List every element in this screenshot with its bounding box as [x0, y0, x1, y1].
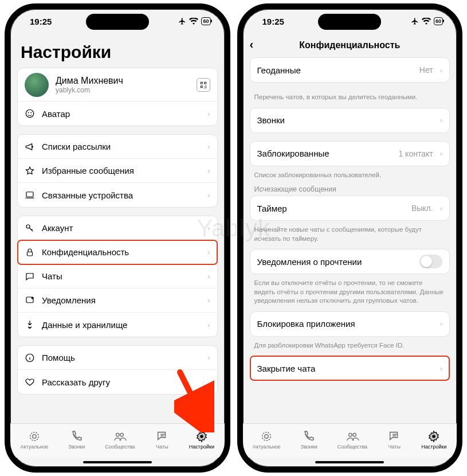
timer-value: Выкл.	[411, 204, 433, 213]
status-icons: 60	[178, 17, 210, 25]
wifi-icon	[189, 18, 198, 25]
status-time: 19:25	[262, 17, 284, 26]
status-icons: 60	[411, 17, 443, 25]
geo-footer: Перечень чатов, в которых вы делитесь ге…	[250, 91, 450, 108]
face-icon	[25, 108, 35, 119]
chevron-right-icon: ›	[440, 116, 442, 124]
timer-footer: Начинайте новые чаты с сообщениями, кото…	[250, 223, 450, 249]
svg-point-7	[32, 296, 34, 299]
chat-icon	[25, 271, 35, 282]
status-bar: 19:25 60	[10, 9, 225, 33]
blocked-row[interactable]: Заблокированные 1 контакт ›	[250, 142, 450, 166]
chevron-right-icon: ›	[440, 66, 442, 75]
tab-updates[interactable]: Актуальное	[21, 430, 49, 450]
back-button[interactable]: ‹	[250, 38, 254, 51]
calls-group: Звонки ›	[250, 108, 450, 133]
tell-label: Рассказать другу	[42, 377, 210, 387]
chat-lock-row[interactable]: Закрытие чата ›	[250, 356, 450, 380]
page-title: Настройки	[10, 33, 225, 68]
privacy-label: Конфиденциальность	[42, 247, 201, 257]
help-row[interactable]: Помощь ›	[18, 346, 217, 370]
svg-point-10	[33, 434, 36, 438]
geo-group: Геоданные Нет ›	[250, 57, 450, 83]
key-icon	[25, 223, 35, 233]
avatar-label: Аватар	[42, 109, 201, 119]
tab-bar: Актуальное Звонки Сообщества Чаты Настро…	[243, 423, 457, 458]
tab-chats[interactable]: Чаты	[387, 430, 401, 450]
blocked-value: 1 контакт	[398, 149, 433, 158]
chats-row[interactable]: Чаты ›	[18, 264, 217, 288]
chats-label: Чаты	[42, 271, 201, 281]
geo-label: Геоданные	[257, 65, 413, 75]
linked-label: Связанные устройства	[42, 190, 201, 200]
blocked-footer: Список заблокированных пользователей.	[250, 169, 450, 186]
linked-devices-row[interactable]: Связанные устройства ›	[18, 183, 217, 207]
profile-subtitle: yablyk.com	[56, 86, 190, 94]
read-receipts-group: Уведомления о прочтении	[250, 249, 450, 274]
settings-screen: Настройки Дима Михневич yablyk.com	[10, 33, 225, 467]
calls-privacy-row[interactable]: Звонки ›	[250, 108, 450, 132]
app-lock-row[interactable]: Блокировка приложения ›	[250, 312, 450, 336]
chevron-right-icon: ›	[207, 353, 210, 362]
svg-point-1	[28, 112, 29, 114]
notifications-row[interactable]: Уведомления ›	[18, 288, 217, 313]
svg-point-17	[353, 433, 356, 436]
read-receipts-toggle[interactable]	[419, 255, 442, 268]
read-receipts-row[interactable]: Уведомления о прочтении	[250, 249, 450, 274]
tab-calls[interactable]: Звонки	[301, 430, 317, 450]
privacy-screen: ‹ Конфиденциальность Геоданные Нет › Пер…	[243, 33, 457, 467]
app-lock-group: Блокировка приложения ›	[250, 311, 450, 337]
starred-row[interactable]: Избранные сообщения ›	[18, 159, 217, 183]
chevron-right-icon: ›	[207, 142, 210, 151]
broadcast-row[interactable]: Списки рассылки ›	[18, 135, 217, 159]
storage-row[interactable]: Данные и хранилище ›	[18, 313, 217, 337]
tab-communities[interactable]: Сообщества	[338, 430, 367, 450]
bell-icon	[25, 295, 35, 306]
home-indicator	[10, 458, 225, 467]
nav-title: Конфиденциальность	[299, 40, 400, 50]
phone-left: 19:25 60 Настройки Дима Михневич yablyk.…	[5, 3, 230, 473]
data-icon	[25, 319, 35, 330]
account-row[interactable]: Аккаунт ›	[18, 216, 217, 240]
tab-settings[interactable]: Настройки	[189, 430, 214, 450]
chat-lock-label: Закрытие чата	[257, 364, 433, 373]
svg-point-0	[26, 110, 34, 118]
home-indicator	[243, 458, 457, 467]
avatar-image	[25, 73, 49, 97]
laptop-icon	[25, 190, 35, 200]
status-bar: 19:25 60	[243, 9, 457, 33]
chevron-right-icon: ›	[440, 319, 442, 328]
battery-icon: 60	[434, 17, 443, 25]
qr-icon[interactable]	[197, 78, 210, 92]
svg-point-16	[349, 433, 352, 436]
tab-calls[interactable]: Звонки	[68, 430, 85, 450]
heart-icon	[25, 377, 35, 387]
starred-label: Избранные сообщения	[42, 166, 201, 175]
svg-rect-5	[28, 252, 33, 256]
privacy-row[interactable]: Конфиденциальность ›	[18, 240, 217, 264]
tab-bar: Актуальное Звонки Сообщества Чаты Настро…	[10, 423, 225, 458]
blocked-group: Заблокированные 1 контакт ›	[250, 141, 450, 166]
tell-friend-row[interactable]: Рассказать другу	[18, 370, 217, 394]
chevron-right-icon: ›	[440, 149, 442, 158]
svg-point-12	[120, 433, 124, 436]
tab-communities[interactable]: Сообщества	[105, 430, 135, 450]
read-receipts-label: Уведомления о прочтении	[257, 257, 413, 267]
calls-label: Звонки	[257, 115, 433, 125]
help-group: Помощь › Рассказать другу	[17, 345, 218, 395]
timer-row[interactable]: Таймер Выкл. ›	[250, 196, 450, 220]
chevron-right-icon: ›	[207, 191, 210, 200]
avatar-row[interactable]: Аватар ›	[18, 102, 217, 126]
tab-updates[interactable]: Актуальное	[253, 430, 281, 450]
read-receipts-footer: Если вы отключите отчёты о прочтении, то…	[250, 276, 450, 311]
svg-point-4	[26, 225, 30, 228]
tab-settings[interactable]: Настройки	[421, 430, 446, 450]
notifications-label: Уведомления	[42, 295, 201, 305]
timer-group: Таймер Выкл. ›	[250, 196, 450, 221]
tab-chats[interactable]: Чаты	[155, 430, 169, 450]
nav-bar: ‹ Конфиденциальность	[243, 33, 457, 57]
profile-row[interactable]: Дима Михневич yablyk.com	[18, 68, 217, 102]
chevron-right-icon: ›	[207, 248, 210, 256]
geo-row[interactable]: Геоданные Нет ›	[250, 58, 450, 82]
battery-icon: 60	[201, 17, 210, 25]
